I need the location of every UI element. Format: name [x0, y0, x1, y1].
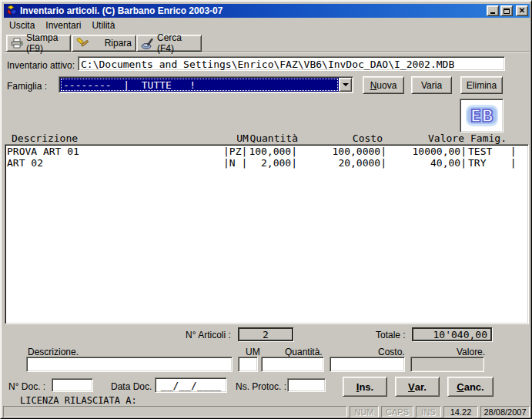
header-descrizione: Descrizione	[12, 132, 78, 144]
ink-search-icon	[141, 38, 154, 49]
totale-value: 10'040,00	[412, 327, 492, 341]
status-caps: CAPS	[381, 406, 413, 417]
chevron-down-icon	[343, 83, 349, 86]
table-row[interactable]: PROVA ART 01 |PZ| 100,000| 100,0000| 100…	[5, 146, 528, 157]
form-quantita-label: Quantità.	[285, 347, 323, 357]
status-ins: INS	[416, 406, 441, 417]
row-desc: ART 02	[7, 157, 43, 169]
ripara-label: Ripara	[105, 38, 132, 49]
table-row[interactable]: ART 02 |N | 2,000| 20,0000| 40,00| TRY |	[5, 157, 528, 169]
n-articoli-label: N° Articoli :	[186, 330, 231, 340]
app-window: Inventario articoli. (C) Barbano Enrico …	[0, 0, 532, 419]
row-cost: 100,0000|	[297, 146, 386, 157]
quantita-field-box	[261, 357, 324, 372]
row-um: |PZ|	[223, 146, 247, 157]
toolbar: Stampa (F9) Ripara Cerca (F4)	[4, 33, 530, 52]
status-num: NUM	[350, 406, 379, 417]
data-doc-label: Data Doc. :	[111, 381, 157, 392]
close-button[interactable]: ✕	[516, 5, 528, 16]
ns-protoc-field-box	[287, 378, 326, 392]
costo-input[interactable]	[330, 358, 404, 372]
ns-protoc-input[interactable]	[288, 380, 325, 393]
varia-button[interactable]: Varia	[411, 76, 452, 94]
ins-button[interactable]: Ins.	[343, 377, 387, 397]
inventario-attivo-label: Inventario attivo:	[7, 60, 75, 71]
minimize-button[interactable]	[487, 5, 499, 16]
var-button[interactable]: Var.	[395, 377, 440, 397]
title-bar[interactable]: Inventario articoli. (C) Barbano Enrico …	[4, 4, 530, 18]
form-descrizione-label: Descrizione.	[28, 347, 79, 357]
row-qty: 100,000|	[249, 146, 297, 157]
ripara-button[interactable]: Ripara	[72, 35, 136, 52]
n-articoli-value: 2	[238, 327, 293, 341]
menu-uscita[interactable]: Uscita	[4, 18, 40, 32]
header-quantita: Quantità	[249, 132, 298, 144]
header-costo: Costo	[298, 132, 383, 144]
status-time: 14.22	[443, 406, 478, 417]
status-bar: NUM CAPS INS 14.22 28/08/2007	[1, 406, 532, 418]
row-val: 10000,00|	[386, 146, 467, 157]
menu-bar: Uscita Inventari Utilità	[4, 18, 530, 32]
list-header: Descrizione UM Quantità Costo Valore Fam…	[1, 132, 532, 144]
inventario-path-input[interactable]	[79, 58, 504, 71]
eb-logo: EB	[460, 99, 504, 132]
canc-button[interactable]: Canc.	[447, 377, 494, 397]
window-title: Inventario articoli. (C) Barbano Enrico …	[20, 5, 485, 16]
menu-inventari[interactable]: Inventari	[40, 18, 86, 32]
row-fam: TEST |	[468, 146, 517, 157]
stampa-button[interactable]: Stampa (F9)	[6, 35, 71, 52]
hammer-icon	[76, 38, 89, 49]
form-valore-label: Valore.	[457, 347, 485, 357]
maximize-button[interactable]	[500, 5, 513, 16]
form-um-label: UM	[246, 347, 260, 357]
costo-field-box	[330, 357, 405, 372]
form-costo-label: Costo.	[378, 347, 405, 357]
um-field-box	[238, 357, 258, 372]
descrizione-field-box	[26, 357, 233, 372]
valore-input-readonly	[411, 358, 483, 372]
row-desc: PROVA ART 01	[7, 146, 79, 157]
status-message-panel	[3, 406, 347, 417]
minimize-icon	[490, 12, 495, 14]
menu-utilita[interactable]: Utilità	[86, 18, 120, 32]
header-valore: Valore	[383, 132, 464, 144]
row-val: 40,00|	[386, 157, 467, 169]
svg-text:EB: EB	[470, 107, 493, 126]
n-doc-label: N° Doc. :	[8, 381, 45, 392]
valore-field-box	[410, 357, 484, 372]
um-input[interactable]	[239, 358, 257, 372]
totale-label: Totale :	[376, 330, 406, 340]
famiglia-selected-value: -------- | TUTTE !	[60, 78, 339, 92]
combo-dropdown-button[interactable]	[339, 78, 352, 92]
n-doc-input[interactable]	[52, 380, 92, 393]
header-famig: Famig.	[470, 132, 507, 144]
n-doc-field-box	[52, 378, 93, 392]
famiglia-combobox[interactable]: -------- | TUTTE !	[59, 76, 353, 93]
elimina-button[interactable]: Elimina	[460, 76, 503, 94]
row-qty: 2,000|	[249, 157, 297, 169]
data-doc-input[interactable]	[156, 379, 226, 393]
row-um: |N |	[223, 157, 247, 169]
cerca-label: Cerca (F4)	[157, 32, 197, 54]
quantita-input[interactable]	[262, 358, 323, 372]
articles-listbox[interactable]: PROVA ART 01 |PZ| 100,000| 100,0000| 100…	[5, 144, 529, 324]
row-fam: TRY |	[468, 157, 517, 169]
data-doc-field-box	[155, 377, 227, 393]
descrizione-input[interactable]	[27, 358, 232, 372]
cerca-button[interactable]: Cerca (F4)	[136, 35, 202, 52]
nuova-button[interactable]: Nuova	[363, 76, 404, 94]
app-icon	[5, 5, 17, 16]
licenza-text: LICENZA RILASCIATA A:	[20, 395, 137, 406]
ns-protoc-label: Ns. Protoc. :	[236, 381, 286, 392]
printer-icon	[11, 38, 23, 49]
stampa-label: Stampa (F9)	[26, 32, 66, 54]
close-icon: ✕	[517, 6, 527, 15]
famiglia-label: Famiglia :	[7, 81, 47, 92]
row-cost: 20,0000|	[297, 157, 386, 169]
status-date: 28/08/2007	[480, 406, 530, 417]
maximize-icon	[504, 8, 510, 14]
inventario-path-box	[78, 56, 505, 71]
